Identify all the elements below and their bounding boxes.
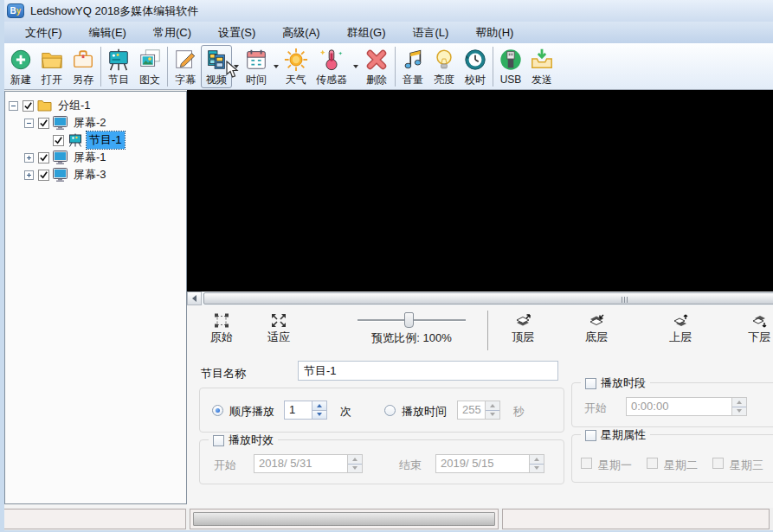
spinner-up-icon bbox=[732, 398, 746, 407]
controls-separator bbox=[487, 311, 488, 350]
scrollbar-grip-icon bbox=[622, 297, 629, 303]
image-text-icon bbox=[137, 46, 163, 74]
volume-icon bbox=[400, 46, 426, 74]
menu-item-common[interactable]: 常用(C) bbox=[145, 22, 199, 43]
image-text-label: 图文 bbox=[139, 74, 160, 86]
bottom-layer-icon bbox=[572, 311, 621, 328]
play-duration-label: 播放时间 bbox=[402, 404, 447, 420]
new-button[interactable]: 新建 bbox=[5, 45, 36, 88]
spinner-up-icon bbox=[486, 401, 499, 410]
toolbar-separator bbox=[167, 47, 168, 87]
play-period-checkbox[interactable] bbox=[585, 378, 596, 389]
collapse-icon[interactable] bbox=[24, 119, 34, 128]
menu-item-advanced[interactable]: 高级(A) bbox=[274, 22, 327, 43]
open-button[interactable]: 打开 bbox=[36, 45, 68, 88]
menu-item-edit[interactable]: 编辑(E) bbox=[81, 22, 134, 43]
spinner-buttons[interactable] bbox=[312, 401, 326, 419]
tree-checkbox[interactable] bbox=[53, 135, 64, 146]
spinner-down-icon bbox=[348, 464, 362, 473]
tree-item-program-1[interactable]: 节目-1 bbox=[5, 131, 186, 149]
play-validity-group: 播放时效 开始 2018/ 5/31 结束 2019/ 5/15 bbox=[199, 439, 564, 484]
spinner-down-icon[interactable] bbox=[312, 410, 326, 420]
send-label: 发送 bbox=[531, 74, 552, 86]
week-property-group: 星期属性 星期一 星期二 星期三 bbox=[571, 434, 773, 483]
zoom-slider-thumb[interactable] bbox=[404, 312, 414, 328]
sensor-button[interactable]: 传感器 bbox=[312, 45, 351, 88]
toolbar-separator bbox=[493, 47, 493, 87]
time-button[interactable]: 时间 bbox=[241, 45, 272, 88]
validity-start-date-spinner: 2018/ 5/31 bbox=[254, 454, 363, 473]
menu-item-language[interactable]: 语言(L) bbox=[404, 22, 456, 43]
weather-button[interactable]: 天气 bbox=[280, 45, 312, 88]
volume-button[interactable]: 音量 bbox=[397, 45, 428, 88]
toolbar-separator bbox=[395, 47, 396, 87]
top-layer-button[interactable]: 顶层 bbox=[499, 311, 547, 345]
toolbar-separator bbox=[100, 47, 101, 87]
spinner-up-icon[interactable] bbox=[312, 401, 326, 410]
tree-checkbox[interactable] bbox=[38, 152, 49, 163]
time-dropdown[interactable] bbox=[272, 45, 280, 88]
menu-item-file[interactable]: 文件(F) bbox=[17, 22, 70, 43]
clock-sync-button[interactable]: 校时 bbox=[460, 45, 491, 88]
usb-button[interactable]: USB bbox=[495, 45, 526, 88]
preview-canvas[interactable] bbox=[187, 90, 773, 292]
preview-horizontal-scrollbar[interactable] bbox=[187, 292, 773, 305]
expand-icon[interactable] bbox=[24, 153, 34, 163]
app-icon-b: B bbox=[10, 6, 16, 16]
expand-icon[interactable] bbox=[24, 170, 34, 180]
tree-checkbox[interactable] bbox=[38, 118, 49, 129]
sensor-dropdown[interactable] bbox=[351, 45, 360, 88]
spinner-down-icon bbox=[486, 410, 499, 420]
menu-item-group[interactable]: 群组(G) bbox=[339, 22, 394, 43]
play-duration-spinner: 255 bbox=[457, 401, 500, 420]
tree-checkbox[interactable] bbox=[23, 100, 34, 112]
program-name-input[interactable] bbox=[298, 361, 558, 381]
app-icon: By bbox=[7, 3, 24, 18]
tree-item-label-selected[interactable]: 节目-1 bbox=[87, 131, 125, 149]
zoom-slider[interactable] bbox=[358, 312, 466, 328]
send-icon bbox=[529, 46, 555, 74]
save-as-button[interactable]: 另存 bbox=[68, 45, 99, 88]
mouse-cursor bbox=[226, 61, 239, 81]
scroll-left-button[interactable] bbox=[187, 292, 202, 305]
upper-layer-button[interactable]: 上层 bbox=[656, 311, 705, 345]
tree-item-group-1[interactable]: 分组-1 bbox=[5, 97, 186, 114]
sequential-play-radio[interactable] bbox=[212, 405, 223, 416]
lower-layer-button[interactable]: 下层 bbox=[735, 311, 773, 345]
tree-checkbox[interactable] bbox=[38, 170, 49, 181]
app-icon-y: y bbox=[16, 6, 22, 16]
play-validity-checkbox[interactable] bbox=[213, 435, 224, 446]
tree-item-label[interactable]: 屏幕-3 bbox=[71, 166, 109, 183]
fit-button[interactable]: 适应 bbox=[254, 311, 303, 345]
play-duration-radio[interactable] bbox=[384, 405, 396, 416]
scrollbar-thumb[interactable] bbox=[203, 292, 773, 304]
open-icon bbox=[39, 46, 65, 74]
delete-button[interactable]: 删除 bbox=[360, 45, 393, 88]
week-property-checkbox[interactable] bbox=[585, 430, 596, 441]
bottom-layer-button[interactable]: 底层 bbox=[572, 311, 621, 345]
bottom-layer-label: 底层 bbox=[572, 330, 621, 345]
lower-layer-label: 下层 bbox=[735, 330, 773, 345]
tree-item-label[interactable]: 屏幕-1 bbox=[71, 149, 109, 166]
tree-item-label[interactable]: 屏幕-2 bbox=[71, 114, 109, 131]
brightness-button[interactable]: 亮度 bbox=[428, 45, 460, 88]
play-times-spinner[interactable]: 1 bbox=[284, 401, 327, 420]
spinner-up-icon bbox=[530, 455, 544, 464]
spinner-down-icon bbox=[530, 464, 544, 473]
original-size-button[interactable]: 原始 bbox=[197, 311, 246, 345]
subtitle-button[interactable]: 字幕 bbox=[170, 45, 201, 88]
sensor-icon bbox=[319, 46, 345, 74]
tree-item-screen-2[interactable]: 屏幕-2 bbox=[5, 114, 186, 131]
menu-item-help[interactable]: 帮助(H) bbox=[467, 22, 521, 43]
period-start-time-spinner: 0:00:00 bbox=[626, 397, 747, 416]
tree-item-label[interactable]: 分组-1 bbox=[55, 97, 93, 114]
menu-item-settings[interactable]: 设置(S) bbox=[210, 22, 263, 43]
preview-zoom-control: 预览比例: 100% bbox=[358, 312, 466, 346]
image-text-button[interactable]: 图文 bbox=[134, 45, 165, 88]
play-period-label: 播放时段 bbox=[601, 375, 646, 391]
tree-item-screen-1[interactable]: 屏幕-1 bbox=[5, 149, 186, 166]
program-button[interactable]: 节目 bbox=[103, 45, 134, 88]
collapse-icon[interactable] bbox=[9, 101, 18, 111]
send-button[interactable]: 发送 bbox=[526, 45, 557, 88]
tree-item-screen-3[interactable]: 屏幕-3 bbox=[5, 166, 186, 183]
